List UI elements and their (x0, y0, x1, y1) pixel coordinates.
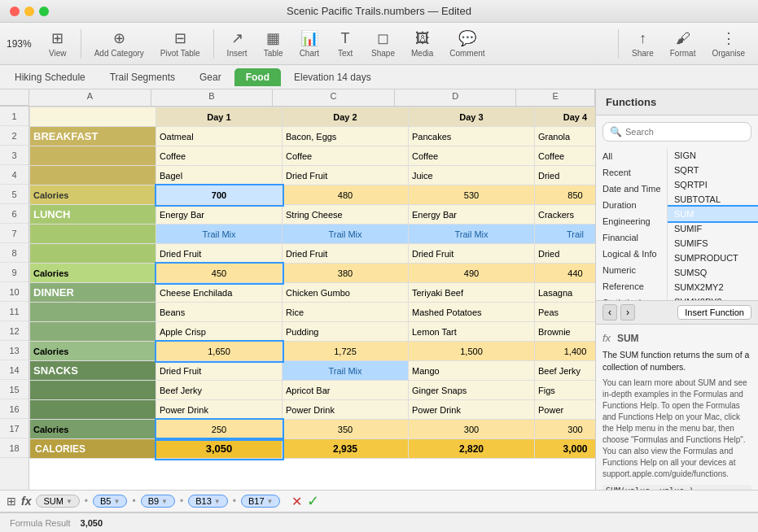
func-subtotal[interactable]: SUBTOTAL (668, 192, 758, 207)
cat-logical[interactable]: Logical & Info (596, 246, 667, 262)
cell-b2[interactable]: Oatmeal (156, 127, 283, 146)
cell-c11[interactable]: Rice (283, 303, 409, 322)
cell-a8[interactable] (30, 244, 156, 264)
cell-c14[interactable]: Trail Mix (283, 361, 409, 381)
cell-a2[interactable]: BREAKFAST (30, 127, 156, 146)
close-button[interactable] (10, 7, 20, 16)
cell-b3[interactable]: Coffee (156, 146, 283, 166)
tab-food[interactable]: Food (234, 68, 281, 86)
cell-a7[interactable] (30, 225, 156, 244)
cell-e11[interactable]: Peas (535, 303, 596, 322)
text-button[interactable]: T Text (329, 27, 361, 61)
cell-a9[interactable]: Calories (30, 264, 156, 283)
cell-e12[interactable]: Brownie (535, 322, 596, 342)
cell-c12[interactable]: Pudding (283, 322, 409, 342)
tab-trail-segments[interactable]: Trail Segments (99, 68, 186, 86)
cell-c9[interactable]: 380 (283, 264, 409, 283)
cat-reference[interactable]: Reference (596, 278, 667, 294)
func-sqrt[interactable]: SQRT (668, 163, 758, 177)
cell-b14[interactable]: Dried Fruit (156, 361, 283, 381)
cell-c10[interactable]: Chicken Gumbo (283, 283, 409, 303)
cell-e15[interactable]: Figs (535, 381, 596, 400)
func-sum[interactable]: SUM (668, 207, 758, 221)
cell-a17[interactable]: Calories (30, 420, 156, 439)
cell-c4[interactable]: Dried Fruit (283, 166, 409, 185)
share-button[interactable]: ↑ Share (625, 27, 660, 61)
view-button[interactable]: ⊞ View (42, 26, 74, 61)
cell-e6[interactable]: Crackers (535, 205, 596, 225)
cell-a13[interactable]: Calories (30, 342, 156, 361)
cell-e18[interactable]: 3,000 (535, 439, 596, 459)
cell-c8[interactable]: Dried Fruit (283, 244, 409, 264)
cell-d7[interactable]: Trail Mix (409, 225, 535, 244)
cell-b12[interactable]: Apple Crisp (156, 322, 283, 342)
cat-financial[interactable]: Financial (596, 229, 667, 246)
cell-a10[interactable]: DINNER (30, 283, 156, 303)
cell-a4[interactable] (30, 166, 156, 185)
cell-a15[interactable] (30, 381, 156, 400)
cell-e2[interactable]: Granola (535, 127, 596, 146)
cell-b6[interactable]: Energy Bar (156, 205, 283, 225)
cell-c3[interactable]: Coffee (283, 146, 409, 166)
insert-button[interactable]: ↗ Insert (221, 26, 254, 61)
cell-d8[interactable]: Dried Fruit (409, 244, 535, 264)
cell-b16[interactable]: Power Drink (156, 400, 283, 420)
cat-engineering[interactable]: Engineering (596, 213, 667, 229)
cat-date-time[interactable]: Date and Time (596, 181, 667, 197)
cell-b18[interactable]: 3,050 (156, 439, 283, 459)
cell-b5[interactable]: 700 (156, 185, 283, 205)
cell-a16[interactable] (30, 400, 156, 420)
shape-button[interactable]: ◻ Shape (365, 26, 401, 61)
maximize-button[interactable] (39, 7, 49, 16)
tab-elevation[interactable]: Elevation 14 days (283, 68, 383, 86)
cell-d16[interactable]: Power Drink (409, 400, 535, 420)
cell-b1[interactable]: Day 1 (156, 107, 283, 127)
cell-e3[interactable]: Coffee (535, 146, 596, 166)
cell-b9[interactable]: 450 (156, 264, 283, 283)
cell-d11[interactable]: Mashed Potatoes (409, 303, 535, 322)
cell-d13[interactable]: 1,500 (409, 342, 535, 361)
cell-b11[interactable]: Beans (156, 303, 283, 322)
cell-a5[interactable]: Calories (30, 185, 156, 205)
minimize-button[interactable] (24, 7, 34, 16)
search-box[interactable]: 🔍 (602, 122, 751, 142)
cell-b15[interactable]: Beef Jerky (156, 381, 283, 400)
cell-a1[interactable] (30, 107, 156, 127)
cell-d1[interactable]: Day 3 (409, 107, 535, 127)
cell-d4[interactable]: Juice (409, 166, 535, 185)
cell-e10[interactable]: Lasagna (535, 283, 596, 303)
cell-c2[interactable]: Bacon, Eggs (283, 127, 409, 146)
cell-c1[interactable]: Day 2 (283, 107, 409, 127)
cell-a18[interactable]: CALORIES (30, 439, 156, 459)
cell-b4[interactable]: Bagel (156, 166, 283, 185)
cell-a14[interactable]: SNACKS (30, 361, 156, 381)
cell-d12[interactable]: Lemon Tart (409, 322, 535, 342)
cell-b17[interactable]: 250 (156, 420, 283, 439)
ref-b13-pill[interactable]: B13 ▼ (188, 495, 228, 508)
tab-hiking-schedule[interactable]: Hiking Schedule (3, 68, 97, 86)
corner-button[interactable] (0, 89, 29, 106)
cell-e1[interactable]: Day 4 (535, 107, 596, 127)
cell-d9[interactable]: 490 (409, 264, 535, 283)
func-sign[interactable]: SIGN (668, 148, 758, 163)
cell-d18[interactable]: 2,820 (409, 439, 535, 459)
func-sumif[interactable]: SUMIF (668, 221, 758, 236)
add-category-button[interactable]: ⊕ Add Category (88, 26, 151, 61)
cell-e16[interactable]: Power (535, 400, 596, 420)
func-pill[interactable]: SUM ▼ (36, 495, 79, 508)
formula-bar-toggle[interactable]: ⊞ (7, 495, 16, 508)
chart-button[interactable]: 📊 Chart (293, 26, 326, 61)
cat-recent[interactable]: Recent (596, 164, 667, 181)
organise-button[interactable]: ⋮ Organise (705, 26, 751, 61)
cell-c6[interactable]: String Cheese (283, 205, 409, 225)
cat-numeric[interactable]: Numeric (596, 262, 667, 278)
cancel-button[interactable]: ✕ (291, 494, 302, 509)
search-input[interactable] (625, 127, 744, 137)
cell-e8[interactable]: Dried (535, 244, 596, 264)
func-sumifs[interactable]: SUMIFS (668, 236, 758, 251)
format-button[interactable]: 🖌 Format (664, 27, 703, 61)
ref-b9-pill[interactable]: B9 ▼ (141, 495, 175, 508)
func-sumx2py2[interactable]: SUMX2PY2 (668, 294, 758, 300)
nav-prev-button[interactable]: ‹ (602, 304, 617, 321)
cell-b13[interactable]: 1,650 (156, 342, 283, 361)
